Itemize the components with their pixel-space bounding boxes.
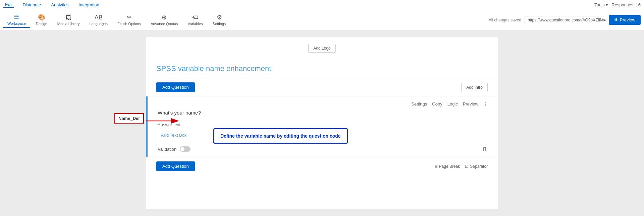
separator-icon: ☑ [465,164,469,169]
workspace-label: Workspace [7,21,26,25]
top-nav-right: Tools ▾ Responses: 16 [594,2,641,7]
add-question-bottom-button[interactable]: Add Question [156,161,195,171]
nav-analytics[interactable]: Analytics [49,2,70,7]
toolbar-design[interactable]: 🎨 Design [32,13,52,27]
toolbar-advance-quotas[interactable]: ⊕ Advance Quotas [147,13,182,27]
add-logo-button[interactable]: Add Logo [308,44,335,53]
design-label: Design [36,22,47,26]
all-changes-saved: All changes saved [489,18,521,22]
top-nav: Edit Distribute Analytics Integration To… [0,0,644,10]
validation-label: Validation [158,147,176,152]
bottom-bar: Add Question ⊟ Page Break ☑ Separator [146,157,498,175]
validation-toggle[interactable] [180,146,191,152]
toolbar-languages[interactable]: AB Languages [85,13,111,27]
design-icon: 🎨 [38,14,45,20]
preview-button[interactable]: 👁 Preview [609,15,641,25]
finish-options-label: Finish Options [117,22,141,26]
survey-container: Add Logo SPSS variable name enhancement … [146,37,498,209]
toolbar-right: All changes saved https://www.questionpr… [489,15,641,25]
toolbar: ☰ Workspace 🎨 Design 🖼 Media Library AB … [0,10,644,30]
question-text: What's your name? [158,110,488,116]
workspace-icon: ☰ [14,14,19,20]
media-library-icon: 🖼 [65,14,71,20]
add-intro-button[interactable]: Add Intro [461,83,488,92]
logic-action[interactable]: Logic [447,101,458,106]
tools-button[interactable]: Tools ▾ [594,2,608,7]
page-break-button[interactable]: ⊟ Page Break [434,164,460,169]
preview-action[interactable]: Preview [463,101,478,106]
url-edit-icon[interactable]: ✏ [602,17,605,22]
settings-icon: ⚙ [217,14,222,20]
nav-integration[interactable]: Integration [77,2,101,7]
survey-url[interactable]: https://www.questionpro.com/t/AO9oXZflN► [525,16,598,24]
add-question-top-bar: Add Question Add Intro [146,78,498,96]
add-text-box-link[interactable]: Add Text Box [161,133,186,138]
toolbar-finish-options[interactable]: ✏ Finish Options [113,13,145,27]
settings-label: Settings [213,22,226,26]
variable-tag[interactable]: Name_Der [114,113,144,124]
advance-quotas-icon: ⊕ [162,14,167,20]
question-block: Settings Copy Logic Preview ⋮ What's you… [146,96,498,157]
question-actions: Settings Copy Logic Preview ⋮ [158,101,488,106]
page-break-icon: ⊟ [434,164,438,169]
copy-action[interactable]: Copy [432,101,442,106]
nav-distribute[interactable]: Distribute [21,2,43,7]
settings-action[interactable]: Settings [411,101,427,106]
toolbar-workspace[interactable]: ☰ Workspace [3,12,30,28]
languages-label: Languages [89,22,107,26]
languages-icon: AB [95,14,103,20]
delete-question-icon[interactable]: 🗑 [482,146,488,152]
variables-icon: 🏷 [192,14,198,20]
survey-header: Add Logo SPSS variable name enhancement [146,37,498,78]
validation-row: Validation 🗑 [158,143,488,152]
separator-button[interactable]: ☑ Separator [465,164,488,169]
toolbar-variables[interactable]: 🏷 Variables [184,13,207,27]
annotation-tooltip: Define the variable name by editing the … [213,128,348,144]
variables-label: Variables [188,22,203,26]
survey-title: SPSS variable name enhancement [156,61,488,73]
more-options-icon[interactable]: ⋮ [483,101,488,106]
nav-edit[interactable]: Edit [3,2,14,8]
main-content: Add Logo SPSS variable name enhancement … [0,30,644,216]
media-library-label: Media Library [57,22,80,26]
advance-quotas-label: Advance Quotas [151,22,178,26]
question-wrapper: Name_Der Define the variable name by edi… [146,96,498,157]
finish-options-icon: ✏ [127,14,132,20]
page-break-label: Page Break [439,164,460,169]
add-question-top-button[interactable]: Add Question [156,82,195,92]
toolbar-settings[interactable]: ⚙ Settings [209,13,230,27]
toolbar-media-library[interactable]: 🖼 Media Library [53,13,84,27]
bottom-bar-right: ⊟ Page Break ☑ Separator [434,164,488,169]
responses-count: Responses: 16 [611,2,641,7]
separator-label: Separator [470,164,488,169]
